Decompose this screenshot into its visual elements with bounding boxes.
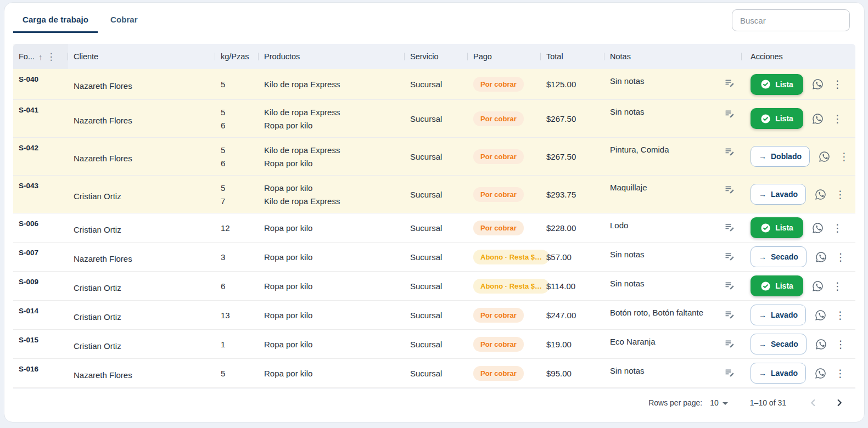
whatsapp-button[interactable] xyxy=(811,112,824,125)
row-menu-button[interactable]: ⋮ xyxy=(835,368,845,379)
whatsapp-button[interactable] xyxy=(815,338,827,351)
kg-value: 5 xyxy=(221,369,225,378)
status-action-button[interactable]: → Lista xyxy=(751,217,803,238)
servicio-cell: Sucursal xyxy=(405,359,468,387)
row-menu-button[interactable]: ⋮ xyxy=(832,114,843,124)
next-stage-arrow: → xyxy=(759,369,766,378)
edit-note-icon[interactable] xyxy=(724,280,735,292)
status-action-label: Secado xyxy=(771,252,798,261)
whatsapp-button[interactable] xyxy=(811,78,824,91)
whatsapp-button[interactable] xyxy=(818,150,831,163)
whatsapp-button[interactable] xyxy=(811,222,824,234)
producto-value: Kilo de ropa Express xyxy=(264,145,340,155)
column-header-cliente[interactable]: Cliente xyxy=(68,44,215,69)
column-header-pago[interactable]: Pago xyxy=(468,44,541,69)
table-row[interactable]: S-014 Cristian Ortiz 13 Ropa por kilo Su… xyxy=(13,301,855,330)
row-menu-button[interactable]: ⋮ xyxy=(832,223,843,233)
total-cell: $228.00 xyxy=(541,213,604,242)
tab-carga-de-trabajo[interactable]: Carga de trabajo xyxy=(13,9,98,33)
whatsapp-button[interactable] xyxy=(814,309,827,322)
status-action-button[interactable]: → Doblado xyxy=(751,146,810,167)
table-row[interactable]: S-041 Nazareth Flores 56 Kilo de ropa Ex… xyxy=(13,100,855,138)
column-header-total[interactable]: Total xyxy=(541,44,604,69)
table-row[interactable]: S-043 Cristian Ortiz 57 Ropa por kiloKil… xyxy=(13,176,855,213)
total-cell: $125.00 xyxy=(541,69,604,99)
sort-ascending-icon[interactable]: ↑ xyxy=(38,52,43,61)
pago-status-badge: Por cobrar xyxy=(473,337,524,352)
table-row[interactable]: S-042 Nazareth Flores 56 Kilo de ropa Ex… xyxy=(13,138,855,176)
kg-pzas-cell: 56 xyxy=(215,138,259,175)
row-menu-button[interactable]: ⋮ xyxy=(839,151,849,162)
producto-value: Ropa por kilo xyxy=(264,340,312,349)
edit-note-icon[interactable] xyxy=(724,222,735,234)
whatsapp-button[interactable] xyxy=(814,188,827,201)
row-menu-button[interactable]: ⋮ xyxy=(836,252,846,262)
row-menu-button[interactable]: ⋮ xyxy=(832,281,843,291)
servicio-cell: Sucursal xyxy=(405,69,468,99)
check-circle-icon xyxy=(760,281,771,291)
rows-per-page-select[interactable]: 10 xyxy=(710,398,728,407)
whatsapp-icon xyxy=(815,251,827,263)
acciones-cell: → Secado ⋮ xyxy=(742,330,855,358)
edit-note-icon[interactable] xyxy=(724,108,735,121)
notas-cell: Pintura, Comida xyxy=(604,138,742,175)
edit-note-icon[interactable] xyxy=(724,184,735,196)
column-header-folio[interactable]: Fo... ↑ ⋮ xyxy=(13,44,68,69)
column-header-notas[interactable]: Notas xyxy=(604,44,742,69)
row-menu-button[interactable]: ⋮ xyxy=(835,189,845,200)
next-stage-arrow: → xyxy=(759,340,766,348)
whatsapp-button[interactable] xyxy=(815,251,827,263)
column-header-servicio[interactable]: Servicio xyxy=(405,44,468,69)
edit-note-icon[interactable] xyxy=(724,309,735,322)
table-row[interactable]: S-016 Nazareth Flores 5 Ropa por kilo Su… xyxy=(13,359,855,388)
status-action-button[interactable]: → Lista xyxy=(751,108,803,129)
status-action-button[interactable]: → Lista xyxy=(751,74,803,95)
status-action-button[interactable]: → Secado xyxy=(751,246,807,267)
status-action-label: Lavado xyxy=(771,190,798,199)
edit-note-icon[interactable] xyxy=(724,146,735,159)
status-action-label: Lista xyxy=(775,114,793,123)
chevron-right-icon xyxy=(833,397,845,409)
tab-cobrar[interactable]: Cobrar xyxy=(101,9,147,33)
producto-value: Ropa por kilo xyxy=(264,159,312,168)
kg-value: 1 xyxy=(221,340,225,349)
previous-page-button[interactable] xyxy=(805,395,821,411)
folio-cell: S-009 xyxy=(13,272,68,300)
table-row[interactable]: S-009 Cristian Ortiz 6 Ropa por kilo Suc… xyxy=(13,272,855,301)
whatsapp-icon xyxy=(811,78,824,91)
status-action-button[interactable]: → Lavado xyxy=(751,305,806,325)
acciones-cell: → Lista ⋮ xyxy=(742,100,855,137)
kg-pzas-cell: 5 xyxy=(215,69,259,99)
status-action-button[interactable]: → Secado xyxy=(751,334,807,354)
column-header-productos[interactable]: Productos xyxy=(259,44,405,69)
cliente-cell: Nazareth Flores xyxy=(68,138,215,175)
edit-note-icon[interactable] xyxy=(724,367,735,380)
pago-status-badge: Por cobrar xyxy=(473,111,524,126)
servicio-cell: Sucursal xyxy=(405,176,468,213)
table-row[interactable]: S-015 Cristian Ortiz 1 Ropa por kilo Suc… xyxy=(13,330,855,359)
row-menu-button[interactable]: ⋮ xyxy=(835,310,845,320)
edit-note-icon[interactable] xyxy=(724,251,735,263)
tab-bar: Carga de trabajo Cobrar xyxy=(13,9,147,33)
table-row[interactable]: S-007 Nazareth Flores 3 Ropa por kilo Su… xyxy=(13,243,855,272)
whatsapp-button[interactable] xyxy=(814,367,827,380)
status-action-button[interactable]: → Lavado xyxy=(751,184,806,205)
search-input[interactable] xyxy=(732,9,850,31)
status-action-button[interactable]: → Lista xyxy=(751,275,803,296)
whatsapp-button[interactable] xyxy=(811,280,824,292)
kg-pzas-cell: 6 xyxy=(215,272,259,300)
row-menu-button[interactable]: ⋮ xyxy=(836,339,846,350)
row-menu-button[interactable]: ⋮ xyxy=(832,79,843,89)
column-menu-icon[interactable]: ⋮ xyxy=(47,52,56,61)
column-header-kg-pzas[interactable]: kg/Pzas xyxy=(215,44,259,69)
status-action-button[interactable]: → Lavado xyxy=(751,363,806,384)
edit-note-icon[interactable] xyxy=(724,338,735,351)
table-row[interactable]: S-006 Cristian Ortiz 12 Ropa por kilo Su… xyxy=(13,213,855,243)
kg-pzas-cell: 56 xyxy=(215,100,259,137)
edit-note-icon[interactable] xyxy=(724,77,735,90)
pago-cell: Abono · Resta $… xyxy=(468,243,541,271)
table-row[interactable]: S-040 Nazareth Flores 5 Kilo de ropa Exp… xyxy=(13,69,855,100)
next-page-button[interactable] xyxy=(831,395,848,411)
folio-cell: S-040 xyxy=(13,69,68,99)
check-circle-icon xyxy=(760,114,771,124)
